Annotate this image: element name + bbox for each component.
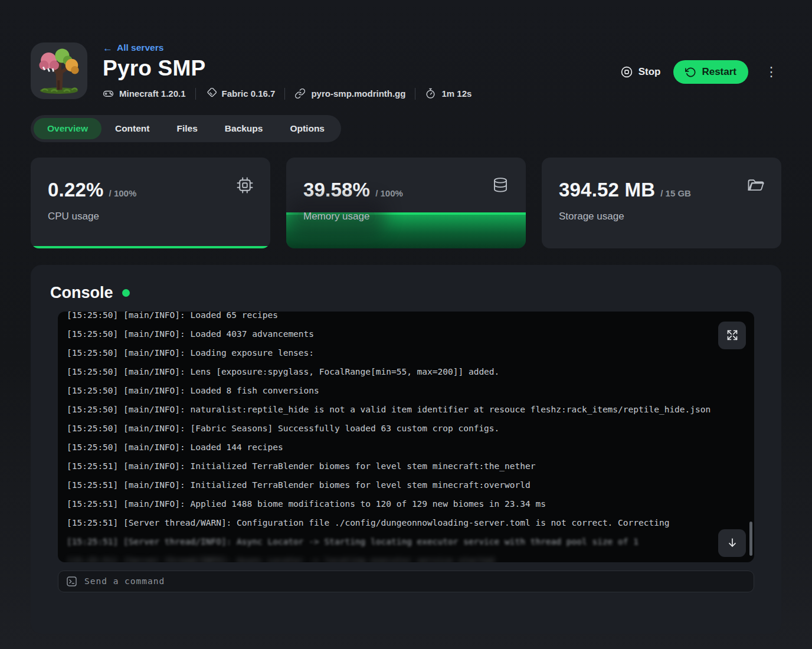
back-link-label: All servers — [117, 42, 163, 53]
console-log[interactable]: [15:25:50] [main/INFO]: Loaded 65 recipe… — [58, 312, 754, 562]
meta-separator — [415, 88, 415, 100]
console-line: [15:25:50] [main/INFO]: [Fabric Seasons]… — [67, 419, 745, 438]
page: ← All servers Pyro SMP Minecraft 1.20.1 — [0, 42, 812, 634]
memory-usage-card: 39.58% / 100% Memory usage — [286, 158, 526, 248]
server-address-label: pyro-smp.modrinth.gg — [311, 88, 405, 99]
console-line: [15:25:50] [main/INFO]: Loaded 144 recip… — [67, 438, 745, 457]
stats-row: 0.22% / 100% CPU usage 39.58% / 100% — [31, 158, 781, 248]
stop-button[interactable]: Stop — [620, 65, 661, 78]
link-icon — [294, 88, 306, 99]
database-icon — [492, 176, 509, 196]
console-scrollbar[interactable] — [749, 522, 752, 556]
stopwatch-icon — [425, 88, 436, 99]
uptime-label: 1m 12s — [441, 88, 472, 99]
game-version-label: Minecraft 1.20.1 — [119, 88, 186, 99]
console-line: [15:25:51] [Server thread/WARN]: Configu… — [67, 513, 745, 532]
tab-overview[interactable]: Overview — [34, 118, 102, 139]
console-line: [15:25:50] [main/INFO]: Loaded 8 fish co… — [67, 381, 745, 400]
console-line: [15:25:51] [main/INFO]: Initialized Terr… — [67, 457, 745, 476]
folder-icon — [747, 176, 765, 196]
server-info: ← All servers Pyro SMP Minecraft 1.20.1 — [103, 42, 472, 100]
console-line: [15:25:50] [main/INFO]: Loading exposure… — [67, 343, 745, 362]
console-header: Console — [50, 284, 754, 302]
back-to-servers-link[interactable]: ← All servers — [103, 42, 163, 53]
arrow-down-icon — [726, 537, 738, 549]
console-line: [15:25:51] [main/INFO]: Applied 1488 bio… — [67, 494, 745, 513]
cpu-usage-max: / 100% — [109, 188, 137, 198]
cpu-usage-fill — [31, 246, 270, 248]
command-input[interactable] — [84, 576, 746, 586]
console-line: [15:25:51] [Server thread/INFO]: Async L… — [67, 532, 745, 551]
console-line: [15:25:51] [main/INFO]: Initialized Terr… — [67, 476, 745, 494]
cpu-usage-card: 0.22% / 100% CPU usage — [31, 158, 270, 248]
memory-usage-label: Memory usage — [297, 209, 375, 224]
restart-button-label: Restart — [702, 66, 736, 78]
page-title: Pyro SMP — [103, 56, 472, 81]
storage-usage-max: / 15 GB — [660, 188, 691, 198]
server-actions: Stop Restart ⋮ — [620, 60, 781, 84]
tab-content[interactable]: Content — [102, 118, 163, 139]
memory-usage-max: / 100% — [375, 188, 403, 198]
meta-loader-version: Fabric 0.16.7 — [205, 88, 276, 99]
meta-separator — [195, 88, 196, 100]
console-line: [15:25:50] [main/INFO]: Loaded 65 recipe… — [67, 312, 745, 324]
meta-server-address[interactable]: pyro-smp.modrinth.gg — [294, 88, 405, 99]
loader-version-label: Fabric 0.16.7 — [222, 88, 276, 99]
console-line: [15:25:50] [main/INFO]: Lens [exposure:s… — [67, 362, 745, 381]
restart-button[interactable]: Restart — [673, 60, 748, 84]
storage-usage-label: Storage usage — [559, 211, 624, 222]
tab-backups[interactable]: Backups — [211, 118, 277, 139]
cpu-usage-value: 0.22% — [48, 179, 104, 201]
server-tabs: Overview Content Files Backups Options — [31, 115, 341, 142]
server-meta-row: Minecraft 1.20.1 Fabric 0.16.7 — [103, 88, 472, 100]
console-title: Console — [50, 284, 113, 302]
cpu-chip-icon — [236, 176, 254, 196]
console-line: [15:25:50] [main/INFO]: Loaded 4037 adva… — [67, 324, 745, 343]
scroll-to-bottom-button[interactable] — [718, 529, 746, 557]
tab-files[interactable]: Files — [163, 118, 211, 139]
expand-console-button[interactable] — [718, 322, 746, 349]
console-line: [15:25:50] [main/INFO]: naturalist:repti… — [67, 400, 745, 419]
server-avatar — [31, 42, 87, 99]
tab-options[interactable]: Options — [276, 118, 338, 139]
cpu-usage-label: CPU usage — [48, 211, 99, 222]
console-line: [15:25:51] [Server thread/INFO]: Async L… — [67, 551, 745, 562]
tree-icon — [34, 45, 84, 96]
storage-usage-value: 394.52 MB — [559, 179, 655, 201]
console-status-dot — [122, 289, 130, 297]
memory-usage-value: 39.58% — [303, 179, 370, 201]
restart-icon — [685, 67, 696, 78]
meta-game-version: Minecraft 1.20.1 — [103, 88, 186, 99]
more-options-button[interactable]: ⋮ — [761, 63, 781, 81]
terminal-prompt-icon — [66, 576, 77, 587]
back-arrow-icon: ← — [103, 43, 113, 53]
meta-uptime: 1m 12s — [425, 88, 472, 99]
console-card: Console [15:25:50] [main/INFO]: Loaded 6… — [31, 265, 781, 634]
command-bar — [58, 571, 754, 592]
stop-icon — [620, 65, 633, 78]
fabric-loader-icon — [205, 88, 217, 99]
meta-separator — [284, 88, 285, 100]
gamepad-icon — [103, 88, 114, 99]
stop-button-label: Stop — [639, 66, 661, 78]
server-header: ← All servers Pyro SMP Minecraft 1.20.1 — [31, 42, 781, 100]
expand-icon — [726, 329, 738, 341]
storage-usage-card: 394.52 MB / 15 GB Storage usage — [542, 158, 781, 248]
